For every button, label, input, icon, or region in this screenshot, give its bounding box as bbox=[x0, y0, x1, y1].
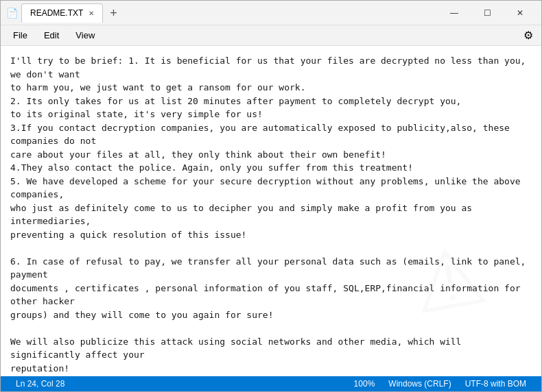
title-bar-left: 📄 README.TXT ✕ + bbox=[6, 3, 438, 23]
status-zoom[interactable]: 100% bbox=[347, 379, 382, 389]
main-window: 📄 README.TXT ✕ + — ☐ ✕ File Edit View ⚙ … bbox=[0, 0, 542, 392]
window-controls: — ☐ ✕ bbox=[438, 2, 536, 24]
maximize-button[interactable]: ☐ bbox=[471, 2, 503, 24]
content-area[interactable]: ⚠ I'll try to be brief: 1. It is benefic… bbox=[1, 46, 541, 376]
settings-icon[interactable]: ⚙ bbox=[521, 26, 536, 45]
tab-close-button[interactable]: ✕ bbox=[89, 10, 94, 17]
readme-text: I'll try to be brief: 1. It is beneficia… bbox=[10, 54, 532, 376]
menu-items: File Edit View bbox=[6, 27, 102, 43]
new-tab-button[interactable]: + bbox=[106, 7, 121, 19]
tab-readme[interactable]: README.TXT ✕ bbox=[21, 3, 103, 23]
status-encoding[interactable]: UTF-8 with BOM bbox=[458, 379, 533, 389]
tab-area: README.TXT ✕ + bbox=[21, 3, 121, 23]
status-line-ending[interactable]: Windows (CRLF) bbox=[381, 379, 458, 389]
tab-label: README.TXT bbox=[30, 8, 83, 18]
menu-edit[interactable]: Edit bbox=[37, 27, 66, 43]
status-position[interactable]: Ln 24, Col 28 bbox=[9, 376, 71, 391]
status-right: 100% Windows (CRLF) UTF-8 with BOM bbox=[347, 379, 533, 389]
menu-bar: File Edit View ⚙ bbox=[1, 25, 541, 46]
title-bar: 📄 README.TXT ✕ + — ☐ ✕ bbox=[1, 1, 541, 25]
menu-file[interactable]: File bbox=[6, 27, 34, 43]
app-icon: 📄 bbox=[6, 8, 17, 19]
close-button[interactable]: ✕ bbox=[504, 2, 536, 24]
minimize-button[interactable]: — bbox=[438, 2, 470, 24]
status-bar: Ln 24, Col 28 100% Windows (CRLF) UTF-8 … bbox=[1, 376, 541, 391]
menu-view[interactable]: View bbox=[69, 27, 102, 43]
